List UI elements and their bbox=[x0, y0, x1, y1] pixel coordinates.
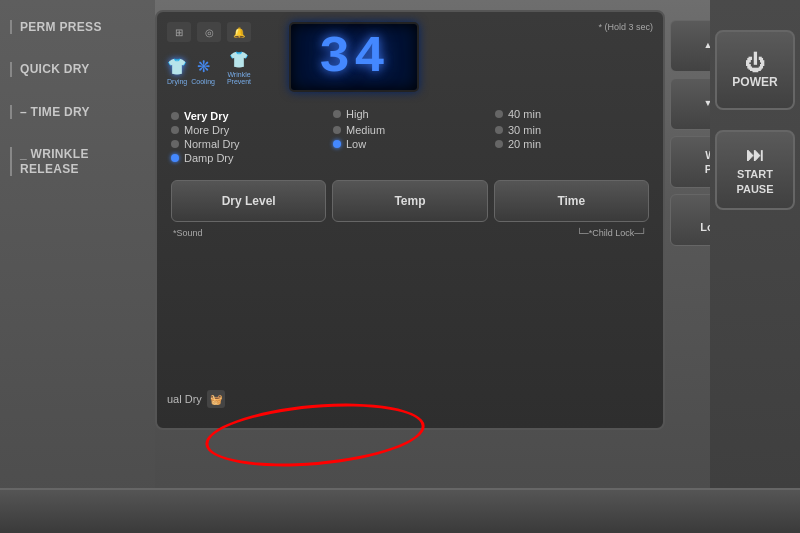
icons-area: ⊞ ◎ 🔔 👕 Drying ❋ Cooling 👕 Wrink bbox=[167, 22, 259, 85]
20min-item: 20 min bbox=[495, 138, 649, 150]
low-temp-item: Low bbox=[333, 138, 487, 150]
sidebar-item-perm-press[interactable]: PERM PRESS bbox=[10, 20, 145, 34]
wrinkle-label: Wrinkle Prevent bbox=[219, 71, 259, 85]
medium-label: Medium bbox=[346, 124, 385, 136]
drying-icon: 👕 bbox=[167, 57, 187, 76]
top-icons-row: ⊞ ◎ 🔔 bbox=[167, 22, 259, 42]
control-buttons-row: Dry Level Temp Time bbox=[167, 180, 653, 222]
low-dot bbox=[333, 140, 341, 148]
high-label: High bbox=[346, 108, 369, 120]
far-right-panel: ⏻ POWER ⏭ STARTPAUSE bbox=[710, 0, 800, 533]
high-dot bbox=[333, 110, 341, 118]
child-lock-label: └─*Child Lock─┘ bbox=[576, 228, 647, 238]
dry-level-button[interactable]: Dry Level bbox=[171, 180, 326, 222]
damp-dry-label: Damp Dry bbox=[184, 152, 234, 164]
left-panel: PERM PRESS QUICK DRY – TIME DRY _ WRINKL… bbox=[0, 0, 155, 533]
display-number: 34 bbox=[319, 28, 389, 87]
mode-cooling: ❋ Cooling bbox=[191, 57, 215, 85]
very-dry-item: Very Dry bbox=[171, 110, 325, 122]
manual-dry-icon: 🧺 bbox=[207, 390, 225, 408]
more-dry-dot bbox=[171, 126, 179, 134]
icon-circle: ◎ bbox=[197, 22, 221, 42]
30min-dot bbox=[495, 126, 503, 134]
control-panel: * (Hold 3 sec) ⊞ ◎ 🔔 👕 Drying ❋ Cooling bbox=[155, 10, 665, 430]
start-pause-button[interactable]: ⏭ STARTPAUSE bbox=[715, 130, 795, 210]
start-pause-label: STARTPAUSE bbox=[736, 167, 773, 196]
mode-wrinkle: 👕 Wrinkle Prevent bbox=[219, 50, 259, 85]
manual-dry-text: ual Dry bbox=[167, 393, 202, 405]
20min-dot bbox=[495, 140, 503, 148]
temp-button[interactable]: Temp bbox=[332, 180, 487, 222]
very-dry-label: Very Dry bbox=[184, 110, 229, 122]
medium-temp-item: Medium bbox=[333, 124, 487, 136]
more-dry-label: More Dry bbox=[184, 124, 229, 136]
cooling-icon: ❋ bbox=[197, 57, 210, 76]
very-dry-dot bbox=[171, 112, 179, 120]
high-temp-item: High bbox=[333, 106, 487, 122]
sidebar-item-time-dry[interactable]: – TIME DRY bbox=[10, 105, 145, 119]
drying-label: Drying bbox=[167, 78, 187, 85]
normal-dry-dot bbox=[171, 140, 179, 148]
40min-label: 40 min bbox=[508, 108, 541, 120]
sound-label: *Sound bbox=[173, 228, 203, 238]
40min-item: 40 min bbox=[495, 106, 649, 122]
hold-label: * (Hold 3 sec) bbox=[598, 22, 653, 32]
mode-drying: 👕 Drying bbox=[167, 57, 187, 85]
30min-item: 30 min bbox=[495, 124, 649, 136]
settings-grid: Very Dry High 40 min More Dry Medium 30 … bbox=[167, 100, 653, 170]
damp-dry-item: Damp Dry bbox=[171, 152, 325, 164]
digital-display: 34 bbox=[289, 22, 419, 92]
wrinkle-icon: 👕 bbox=[229, 50, 249, 69]
time-button[interactable]: Time bbox=[494, 180, 649, 222]
40min-dot bbox=[495, 110, 503, 118]
icon-bell: 🔔 bbox=[227, 22, 251, 42]
power-button[interactable]: ⏻ POWER bbox=[715, 30, 795, 110]
medium-dot bbox=[333, 126, 341, 134]
20min-label: 20 min bbox=[508, 138, 541, 150]
low-label: Low bbox=[346, 138, 366, 150]
bottom-labels-row: *Sound └─*Child Lock─┘ bbox=[167, 228, 653, 238]
icon-grid: ⊞ bbox=[167, 22, 191, 42]
more-dry-item: More Dry bbox=[171, 124, 325, 136]
cooling-label: Cooling bbox=[191, 78, 215, 85]
display-top: ⊞ ◎ 🔔 👕 Drying ❋ Cooling 👕 Wrink bbox=[167, 22, 653, 92]
power-label: POWER bbox=[732, 75, 777, 89]
normal-dry-item: Normal Dry bbox=[171, 138, 325, 150]
bottom-strip bbox=[0, 488, 800, 533]
sidebar-item-quick-dry[interactable]: QUICK DRY bbox=[10, 62, 145, 76]
30min-label: 30 min bbox=[508, 124, 541, 136]
appliance-panel: PERM PRESS QUICK DRY – TIME DRY _ WRINKL… bbox=[0, 0, 800, 533]
mode-icons-row: 👕 Drying ❋ Cooling 👕 Wrinkle Prevent bbox=[167, 50, 259, 85]
damp-dry-dot bbox=[171, 154, 179, 162]
manual-dry-area: ual Dry 🧺 bbox=[167, 390, 225, 408]
sidebar-item-wrinkle-release[interactable]: _ WRINKLE RELEASE bbox=[10, 147, 145, 176]
normal-dry-label: Normal Dry bbox=[184, 138, 240, 150]
